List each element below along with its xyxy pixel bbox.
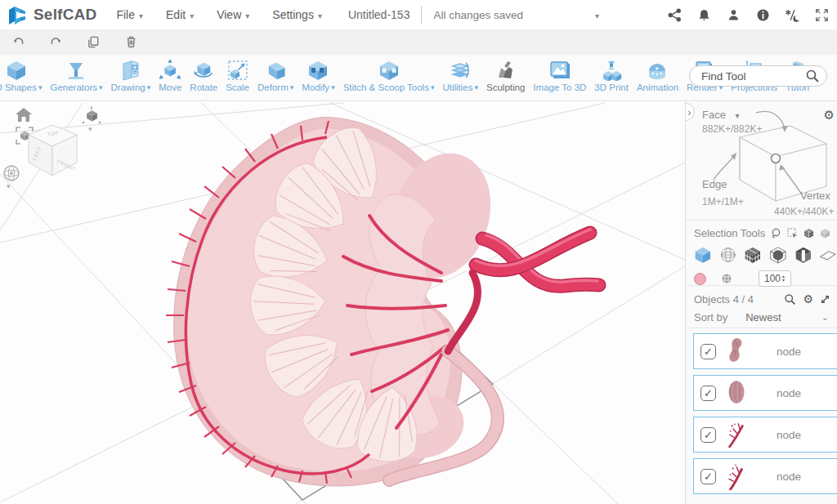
node-visibility-checkbox[interactable] [700,469,716,484]
tool-animation[interactable]: Animation [633,55,683,92]
tool-image-to-3d[interactable]: Image To 3D [529,55,590,92]
tool-utilities[interactable]: Utilities [438,55,482,92]
render-mode-chevron-icon[interactable]: ▾ [7,182,11,190]
tool-generators[interactable]: Generators [46,55,106,92]
right-panel: › ⚙ [685,101,837,504]
tool-scale[interactable]: Scale [222,55,253,92]
notifications-bell-icon[interactable] [695,6,713,24]
select-solid-mode-active[interactable] [694,246,712,264]
kidney-model[interactable] [166,118,506,487]
node-label: node [777,387,801,399]
view-cube[interactable]: TOP LEFT FRONT [21,123,85,180]
object-list-item[interactable]: node [693,458,837,494]
account-icon[interactable] [724,6,742,24]
redo-button[interactable] [47,34,64,51]
rectangle-select-icon[interactable] [787,228,798,239]
face-count-label[interactable]: Face [702,109,740,121]
document-title[interactable]: Untitled-153 [348,8,410,21]
stepper-arrows[interactable]: ▴▾ [781,274,785,283]
select-polygon-mode[interactable] [744,246,762,264]
cube-mesh-select-icon [820,228,830,239]
stitch-cube-icon [378,59,401,82]
tool-drawing[interactable]: Drawing [107,55,155,92]
tool-stitch-scoop[interactable]: Stitch & Scoop Tools [339,55,439,92]
lasso-select-icon[interactable] [771,228,781,239]
menu-view[interactable]: View [205,0,261,29]
tool-label: Drawing [111,83,151,92]
save-status: All changes saved [433,9,523,21]
brush-size-input[interactable] [759,273,781,284]
find-tool-input[interactable] [701,70,798,83]
select-wireframe-mode[interactable] [719,246,737,264]
selfcad-logo-icon [7,4,29,26]
brush-size-field[interactable]: ▴▾ [759,270,791,287]
tool-label: 3D Print [594,83,629,92]
selfcad-app: SelfCAD File Edit View Settings Untitled… [0,0,837,504]
objects-count-title: Objects 4 / 4 [694,293,754,306]
save-status-chevron-icon[interactable] [595,7,599,22]
sort-by-label: Sort by [694,311,727,323]
undo-button[interactable] [10,34,26,51]
tool-label: Sculpting [486,83,525,92]
kidney-lobe-thumbnail [726,378,747,408]
artery-branch-thumbnail [726,420,747,449]
menu-settings[interactable]: Settings [261,0,333,29]
node-visibility-checkbox[interactable] [700,386,716,401]
menubar: SelfCAD File Edit View Settings Untitled… [0,0,837,29]
object-list-item[interactable]: node [693,375,837,411]
chevron-down-icon [190,8,194,21]
find-tool-search[interactable] [689,65,827,87]
select-sphere-region-mode[interactable] [769,246,787,264]
render-mode-sphere-button[interactable] [2,164,20,185]
tool-label: Scale [226,83,249,92]
search-objects-icon[interactable] [784,293,796,306]
edge-count-label: Edge [702,178,727,190]
select-plane-mode[interactable] [819,246,837,264]
tool-move[interactable]: Move [154,55,186,92]
search-icon[interactable] [805,69,820,83]
printer-icon [600,59,623,82]
axis-gizmo-chevron-icon[interactable]: ▾ [88,125,92,133]
brush-color-swatch[interactable] [694,273,706,285]
viewport-canvas[interactable] [0,101,685,504]
fullscreen-icon[interactable] [812,6,830,24]
cube-cells-select-icon[interactable] [803,228,814,239]
tool-modify[interactable]: Modify [298,55,338,92]
mesh-sphere-icon[interactable] [721,273,732,284]
tool-label: Rotate [190,83,217,92]
objects-settings-gear-icon[interactable]: ⚙ [803,292,813,306]
tool-label: Image To 3D [533,83,586,92]
tool-3d-shapes[interactable]: 3D Shapes [0,55,46,92]
object-list-item[interactable]: node [693,333,837,369]
delete-trash-button[interactable] [123,34,139,51]
node-label: node [777,471,801,483]
tool-label: Utilities [442,83,478,92]
renal-vessels[interactable] [476,230,599,286]
sort-value: Newest [745,311,781,323]
copy-button[interactable] [85,34,101,51]
object-list-item[interactable]: node [693,417,837,453]
tool-deform[interactable]: Deform [253,55,298,92]
tool-3d-print[interactable]: 3D Print [590,55,633,92]
menu-file[interactable]: File [105,0,154,29]
divider [421,6,422,24]
tool-sculpting[interactable]: Sculpting [482,55,529,92]
tool-label: Move [159,83,181,92]
viewport-3d[interactable]: TOP LEFT FRONT ▾ ▾ [0,101,685,504]
share-icon[interactable] [665,6,683,24]
select-half-mode[interactable] [794,246,812,264]
tool-label: Animation [637,83,678,92]
app-logo[interactable]: SelfCAD [0,4,105,26]
menu-edit[interactable]: Edit [154,0,205,29]
sort-dropdown[interactable]: Newest ⌄ [745,311,830,323]
face-count-value: 882K+/882K+ [702,123,762,135]
expand-panel-icon[interactable] [820,294,830,305]
objects-section-header: Objects 4 / 4 ⚙ Sort by Newest ⌄ [686,286,837,328]
node-visibility-checkbox[interactable] [700,344,716,359]
move-arrows-icon [159,59,181,82]
theme-toggle-icon[interactable] [783,6,801,24]
tool-rotate[interactable]: Rotate [186,55,222,92]
node-visibility-checkbox[interactable] [700,427,716,443]
info-icon[interactable] [754,6,772,24]
tool-label: Generators [50,83,102,92]
